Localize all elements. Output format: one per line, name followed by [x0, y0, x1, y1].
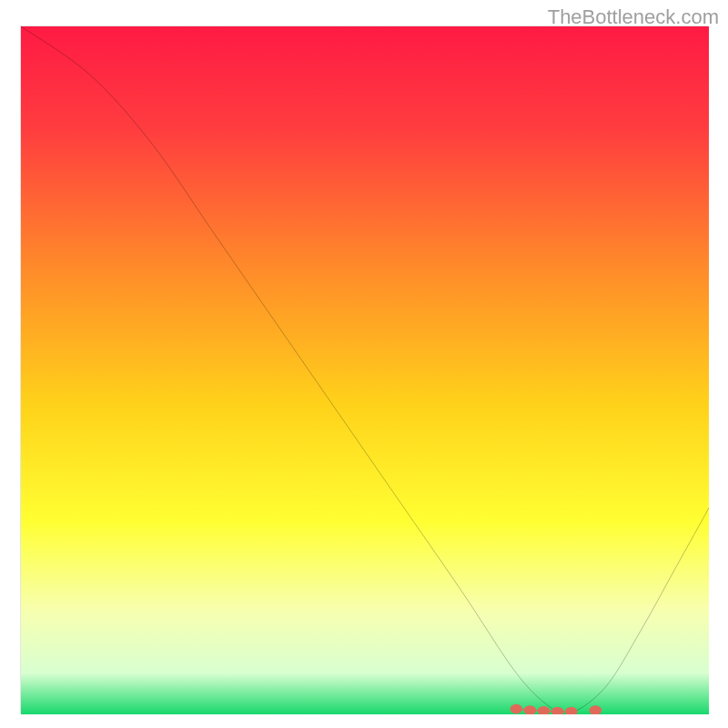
gradient-background: [21, 26, 709, 714]
watermark-label: TheBottleneck.com: [548, 5, 719, 29]
chart-plot-area: [20, 25, 708, 713]
bottleneck-chart: [21, 26, 709, 714]
marker-dot: [511, 704, 523, 714]
